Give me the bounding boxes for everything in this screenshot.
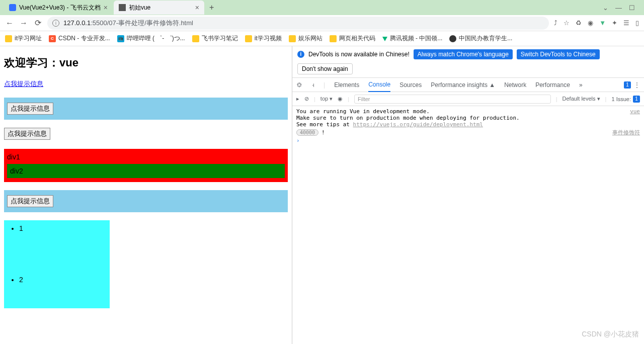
console-toolbar: ▸ ⊘ | top ▾ ◉ | Filter | Default levels …: [292, 92, 644, 106]
div1-label: div1: [7, 153, 285, 161]
url-box[interactable]: i 127.0.0.1:5500/07-事件处理/事件修饰符.html: [47, 17, 549, 30]
back-button[interactable]: ←: [5, 19, 14, 28]
watermark: CSDN @小花皮猪: [582, 330, 639, 339]
tab-title: Vue(Vue2+Vue3) - 飞书云文档: [19, 4, 101, 12]
profile-icon[interactable]: ▯: [635, 19, 639, 27]
tab-title: 初始vue: [129, 4, 150, 12]
devtools-tabs: ⯐ ⫞ | Elements Console Sources Performan…: [292, 78, 644, 92]
more-tabs-icon[interactable]: »: [579, 81, 583, 89]
info-link[interactable]: 点我提示信息: [4, 79, 43, 89]
console-log-line: !: [321, 129, 612, 136]
log-count-badge: 40000: [296, 129, 318, 136]
info-button-1[interactable]: 点我提示信息: [7, 103, 53, 115]
clear-console-icon[interactable]: ⊘: [304, 96, 309, 102]
div2-container[interactable]: div2: [7, 164, 285, 178]
window-controls: ⌄ — ☐: [603, 4, 640, 12]
console-prompt[interactable]: ›: [296, 137, 640, 144]
blue-container-1[interactable]: 点我提示信息: [4, 98, 288, 120]
page-icon: [119, 4, 126, 11]
reload-button[interactable]: ⟳: [33, 18, 42, 28]
tab-console[interactable]: Console: [368, 78, 390, 92]
console-link[interactable]: https://vuejs.org/guide/deployment.html: [353, 121, 483, 128]
chevron-down-icon[interactable]: ⌄: [603, 4, 608, 12]
sidebar-toggle-icon[interactable]: ▸: [296, 96, 299, 102]
url-text: 127.0.0.1:5500/07-事件处理/事件修饰符.html: [63, 19, 193, 28]
scroll-list[interactable]: 1 2: [4, 220, 110, 308]
close-icon[interactable]: ×: [195, 4, 199, 12]
maximize-icon[interactable]: ☐: [629, 4, 635, 12]
site-info-icon[interactable]: i: [52, 20, 59, 27]
info-button-3[interactable]: 点我提示信息: [7, 195, 53, 207]
feishu-icon: [9, 4, 16, 11]
devtools-panel: i DevTools is now available in Chinese! …: [292, 46, 644, 344]
folder-icon: [192, 35, 199, 42]
csdn-icon: C: [49, 35, 56, 42]
console-source-link[interactable]: vue: [630, 108, 640, 128]
bookmark-item[interactable]: 娱乐网站: [289, 34, 323, 43]
info-icon: i: [297, 51, 304, 58]
recycle-icon[interactable]: ♻: [576, 19, 582, 27]
bookmarks-bar: it学习网址 CCSDN - 专业开发... 📺哔哩哔哩 ( ゜- ゜)つ...…: [0, 31, 644, 46]
issues-indicator[interactable]: 1 Issue: 1: [611, 96, 640, 103]
forward-button[interactable]: →: [19, 19, 28, 28]
site-icon: [449, 35, 456, 42]
levels-dropdown[interactable]: Default levels ▾: [562, 96, 600, 102]
device-toggle-icon[interactable]: ⫞: [311, 81, 314, 89]
tencent-icon: [382, 37, 387, 41]
folder-icon: [289, 35, 296, 42]
bookmark-item[interactable]: 📺哔哩哔哩 ( ゜- ゜)つ...: [117, 34, 185, 43]
vue-devtools-icon[interactable]: ▼: [599, 19, 606, 27]
list-item: 2: [19, 272, 110, 288]
reading-list-icon[interactable]: ☰: [623, 19, 629, 27]
banner-text: DevTools is now available in Chinese!: [308, 51, 410, 58]
tab-network[interactable]: Network: [504, 78, 526, 92]
minimize-icon[interactable]: —: [615, 4, 622, 12]
context-dropdown[interactable]: top ▾: [320, 96, 333, 102]
page-heading: 欢迎学习：vue: [4, 55, 288, 70]
bookmark-item[interactable]: 网页相关代码: [330, 34, 375, 43]
page-content: 欢迎学习：vue 点我提示信息 点我提示信息 点我提示信息 div1 div2 …: [0, 46, 292, 344]
bookmark-item[interactable]: 飞书学习笔记: [192, 34, 238, 43]
bookmark-item[interactable]: CCSDN - 专业开发...: [49, 34, 110, 43]
share-icon[interactable]: ⤴: [554, 19, 557, 27]
devtools-banner: i DevTools is now available in Chinese! …: [292, 46, 644, 78]
bookmark-item[interactable]: it学习视频: [245, 34, 282, 43]
div2-label: div2: [10, 167, 23, 175]
console-output[interactable]: You are running Vue in development mode.…: [292, 106, 644, 344]
bookmark-item[interactable]: 腾讯视频 - 中国领...: [382, 34, 443, 43]
tab-bar: Vue(Vue2+Vue3) - 飞书云文档 × 初始vue × + ⌄ — ☐: [0, 0, 644, 15]
list-item: 1: [19, 220, 110, 236]
address-bar: ← → ⟳ i 127.0.0.1:5500/07-事件处理/事件修饰符.htm…: [0, 15, 644, 31]
bookmark-star-icon[interactable]: ☆: [564, 19, 570, 27]
switch-chinese-button[interactable]: Switch DevTools to Chinese: [517, 49, 600, 59]
blue-container-2[interactable]: 点我提示信息: [4, 190, 288, 212]
settings-icon[interactable]: ⋮: [634, 81, 640, 89]
filter-input[interactable]: Filter: [354, 95, 551, 104]
console-source-link[interactable]: 事件修饰符: [612, 129, 640, 136]
div1-container[interactable]: div1 div2: [4, 149, 288, 182]
match-language-button[interactable]: Always match Chrome's language: [414, 49, 513, 59]
info-button-2[interactable]: 点我提示信息: [4, 128, 50, 140]
message-badge[interactable]: 1: [624, 81, 631, 89]
tab-sources[interactable]: Sources: [399, 78, 422, 92]
close-icon[interactable]: ×: [104, 4, 108, 12]
new-tab-button[interactable]: +: [205, 2, 218, 13]
dont-show-button[interactable]: Don't show again: [297, 63, 353, 74]
bilibili-icon: 📺: [117, 35, 124, 42]
tab-perf-insights[interactable]: Performance insights ▲: [431, 78, 495, 92]
browser-tab-2[interactable]: 初始vue ×: [114, 1, 204, 15]
tab-elements[interactable]: Elements: [334, 78, 359, 92]
extensions-icon[interactable]: ✦: [612, 19, 617, 27]
folder-icon: [330, 35, 337, 42]
folder-icon: [245, 35, 252, 42]
browser-tab-1[interactable]: Vue(Vue2+Vue3) - 飞书云文档 ×: [4, 1, 113, 15]
globe-icon[interactable]: ◉: [588, 19, 593, 27]
console-log-line: You are running Vue in development mode.…: [296, 108, 630, 128]
eye-icon[interactable]: ◉: [338, 96, 343, 102]
tab-performance[interactable]: Performance: [535, 78, 570, 92]
bookmark-item[interactable]: 中国民办教育学生...: [449, 34, 512, 43]
inspect-icon[interactable]: ⯐: [296, 81, 302, 89]
bookmark-item[interactable]: it学习网址: [5, 34, 42, 43]
folder-icon: [5, 35, 12, 42]
